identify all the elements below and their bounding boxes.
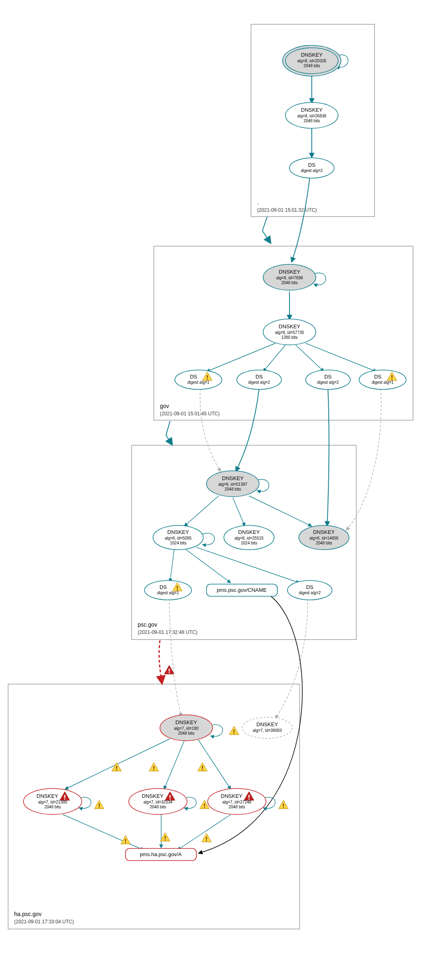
- zone-psc-label: psc.gov: [138, 621, 157, 628]
- warn-icon: [160, 833, 170, 841]
- svg-text:DNSKEY: DNSKEY: [256, 721, 278, 727]
- node-root-zsk: DNSKEY alg=8, id=26838 2048 bits: [285, 102, 338, 128]
- edge-haksk-zsk2: [164, 741, 184, 789]
- svg-text:pms.psc.gov/CNAME: pms.psc.gov/CNAME: [217, 587, 267, 593]
- svg-text:digest alg=1: digest alg=1: [372, 380, 394, 385]
- edge-psczsk1-cname: [186, 550, 231, 583]
- zone-ha-ts: (2021-09-01 17:33:04 UTC): [14, 919, 74, 925]
- zone-root-label: .: [257, 199, 259, 206]
- edge-pscds1-haksk: [169, 598, 181, 716]
- svg-text:alg=8, id=25515: alg=8, id=25515: [234, 536, 264, 540]
- edge-pscksk-zsk3: [249, 496, 312, 526]
- svg-text:alg=7, id=21380: alg=7, id=21380: [38, 800, 67, 804]
- svg-text:DNSKEY: DNSKEY: [167, 529, 189, 535]
- svg-text:pms.ha.psc.gov/A: pms.ha.psc.gov/A: [140, 851, 182, 857]
- node-psc-cname: pms.psc.gov/CNAME: [206, 584, 277, 596]
- node-ha-zsk1: DNSKEY alg=7, id=21380 2048 bits: [23, 789, 82, 814]
- edge-govds2-pscksk: [236, 389, 259, 472]
- warn-red-icon: [164, 665, 174, 674]
- svg-text:DS: DS: [160, 584, 167, 590]
- svg-text:alg=8, id=20326: alg=8, id=20326: [297, 59, 326, 63]
- edge-gov-zsk-ds1: [206, 343, 275, 372]
- svg-text:2048 bits: 2048 bits: [178, 731, 195, 736]
- edge-psczsk1-ds2: [196, 547, 300, 583]
- node-gov-ds2: DS digest alg=2: [237, 370, 281, 389]
- svg-text:digest alg=2: digest alg=2: [301, 168, 323, 173]
- edge-gov-zsk-ds2: [263, 345, 285, 372]
- svg-text:DNSKEY: DNSKEY: [175, 719, 197, 725]
- edge-pscksk-zsk1: [184, 496, 219, 526]
- svg-text:DNSKEY: DNSKEY: [36, 793, 58, 799]
- zone-root-ts: (2021-09-01 15:01:32 UTC): [257, 207, 317, 213]
- edge-pscds2-hazskx: [275, 598, 308, 719]
- edge-pscksk-zsk2: [233, 498, 245, 526]
- zone-gov-label: gov: [160, 403, 169, 409]
- svg-text:DNSKEY: DNSKEY: [279, 323, 300, 330]
- node-psc-zsk3: DNSKEY alg=8, id=14656 2048 bits: [299, 525, 349, 550]
- svg-text:DNSKEY: DNSKEY: [238, 529, 260, 535]
- svg-text:DNSKEY: DNSKEY: [222, 475, 244, 481]
- warn-icon: [279, 800, 288, 809]
- node-psc-ksk: DNSKEY alg=8, id=51397 2048 bits: [206, 471, 259, 497]
- node-ha-a: pms.ha.psc.gov/A: [126, 848, 196, 861]
- node-gov-ds4: DS digest alg=1: [359, 370, 406, 389]
- zone-ha-label: ha.psc.gov: [14, 911, 42, 917]
- warn-icon: [94, 800, 104, 809]
- svg-text:DNSKEY: DNSKEY: [279, 269, 300, 275]
- svg-text:digest alg=2: digest alg=2: [317, 380, 339, 385]
- edge-rootds-govksk: [292, 177, 310, 262]
- svg-text:DS: DS: [324, 374, 332, 380]
- svg-text:alg=7, id=27248: alg=7, id=27248: [222, 800, 251, 804]
- svg-text:2048 bits: 2048 bits: [225, 487, 241, 491]
- warn-icon: [149, 763, 159, 771]
- svg-text:2048 bits: 2048 bits: [229, 805, 245, 809]
- node-psc-ds2: DS digest alg=2: [287, 580, 332, 600]
- node-gov-zsk: DNSKEY alg=8, id=57735 1280 bits: [263, 319, 316, 345]
- node-gov-ksk: DNSKEY alg=8, id=7698 2048 bits: [263, 264, 316, 290]
- svg-text:2048 bits: 2048 bits: [316, 541, 332, 545]
- svg-text:DS: DS: [308, 162, 315, 168]
- edge-govds1-pscksk: [200, 389, 221, 472]
- edge-psc-to-ha: [159, 640, 162, 683]
- svg-text:alg=8, id=5095: alg=8, id=5095: [165, 536, 192, 540]
- svg-text:DNSKEY: DNSKEY: [301, 107, 323, 113]
- svg-text:1024 bits: 1024 bits: [241, 541, 258, 545]
- zone-psc-ts: (2021-09-01 17:32:48 UTC): [138, 629, 197, 635]
- edge-hazsk1-a: [63, 814, 144, 850]
- node-ha-zsk2: DNSKEY alg=7, id=32534 2048 bits: [129, 789, 187, 814]
- node-psc-zsk1: DNSKEY alg=8, id=5095 1024 bits: [153, 525, 203, 550]
- svg-text:2048 bits: 2048 bits: [45, 805, 61, 809]
- svg-text:2048 bits: 2048 bits: [281, 281, 298, 285]
- svg-text:alg=8, id=7698: alg=8, id=7698: [276, 276, 303, 280]
- node-psc-zsk2: DNSKEY alg=8, id=25515 1024 bits: [224, 525, 274, 550]
- edge-gov-to-psc: [166, 421, 172, 444]
- node-ha-ksk: DNSKEY alg=7, id=180 2048 bits: [160, 715, 213, 741]
- node-gov-ds3: DS digest alg=2: [306, 370, 350, 389]
- edge-root-to-gov: [262, 217, 270, 243]
- svg-text:alg=8, id=57735: alg=8, id=57735: [275, 330, 304, 335]
- warn-icon: [198, 763, 207, 771]
- svg-text:digest alg=1: digest alg=1: [187, 380, 210, 385]
- svg-text:alg=8, id=26838: alg=8, id=26838: [297, 114, 326, 118]
- svg-text:2048 bits: 2048 bits: [304, 64, 320, 68]
- edge-gov-zsk-ds4: [306, 343, 377, 372]
- svg-text:alg=7, id=39093: alg=7, id=39093: [253, 728, 282, 733]
- svg-text:DS: DS: [306, 584, 313, 590]
- svg-text:alg=7, id=32534: alg=7, id=32534: [143, 800, 172, 804]
- svg-text:2048 bits: 2048 bits: [150, 805, 166, 809]
- svg-text:DNSKEY: DNSKEY: [221, 793, 243, 799]
- svg-text:DS: DS: [374, 374, 381, 380]
- svg-text:DS: DS: [190, 374, 197, 380]
- warn-icon: [112, 763, 121, 771]
- edge-hazsk3-a: [177, 814, 231, 850]
- svg-text:DNSKEY: DNSKEY: [313, 529, 335, 535]
- warn-icon: [121, 835, 130, 844]
- warn-icon: [202, 833, 211, 842]
- svg-text:digest alg=1: digest alg=1: [157, 591, 179, 595]
- node-ha-zsk3: DNSKEY alg=7, id=27248 2048 bits: [208, 789, 266, 814]
- node-root-ksk: DNSKEY alg=8, id=20326 2048 bits: [283, 45, 341, 76]
- svg-text:DNSKEY: DNSKEY: [142, 793, 164, 799]
- edge-psczsk1-ds1: [170, 550, 174, 582]
- svg-text:1024 bits: 1024 bits: [170, 541, 187, 545]
- svg-text:2048 bits: 2048 bits: [304, 119, 320, 123]
